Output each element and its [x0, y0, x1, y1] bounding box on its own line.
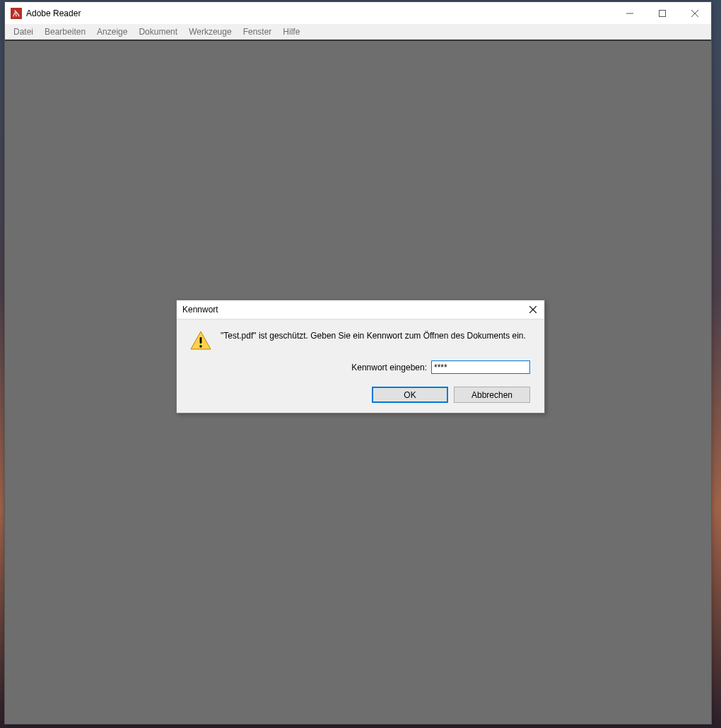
warning-icon: [189, 329, 212, 352]
menu-fenster[interactable]: Fenster: [238, 24, 278, 39]
menu-dokument[interactable]: Dokument: [133, 24, 183, 39]
menubar: Datei Bearbeiten Anzeige Dokument Werkze…: [5, 24, 711, 40]
dialog-body: "Test.pdf" ist geschützt. Geben Sie ein …: [177, 319, 544, 413]
dialog-close-button[interactable]: [522, 300, 544, 319]
dialog-title: Kennwort: [182, 305, 522, 315]
dialog-message: "Test.pdf" ist geschützt. Geben Sie ein …: [221, 329, 526, 341]
window-controls: [614, 2, 711, 24]
menu-werkzeuge[interactable]: Werkzeuge: [183, 24, 237, 39]
adobe-reader-icon: [11, 8, 22, 19]
menu-bearbeiten[interactable]: Bearbeiten: [39, 24, 91, 39]
menu-hilfe[interactable]: Hilfe: [277, 24, 305, 39]
menu-datei[interactable]: Datei: [8, 24, 39, 39]
svg-rect-6: [200, 337, 202, 344]
menu-anzeige[interactable]: Anzeige: [91, 24, 133, 39]
titlebar[interactable]: Adobe Reader: [5, 2, 711, 24]
close-button[interactable]: [679, 2, 711, 24]
svg-point-7: [199, 345, 201, 347]
password-input[interactable]: [431, 360, 530, 374]
cancel-button[interactable]: Abbrechen: [454, 387, 530, 403]
app-title: Adobe Reader: [26, 8, 614, 18]
ok-button[interactable]: OK: [372, 387, 448, 403]
svg-rect-1: [660, 10, 666, 16]
minimize-button[interactable]: [614, 2, 646, 24]
dialog-titlebar[interactable]: Kennwort: [177, 300, 544, 319]
maximize-button[interactable]: [646, 2, 679, 24]
password-label: Kennwort eingeben:: [351, 363, 427, 372]
password-dialog: Kennwort "Test.pdf" ist geschützt. Geben…: [176, 300, 545, 413]
